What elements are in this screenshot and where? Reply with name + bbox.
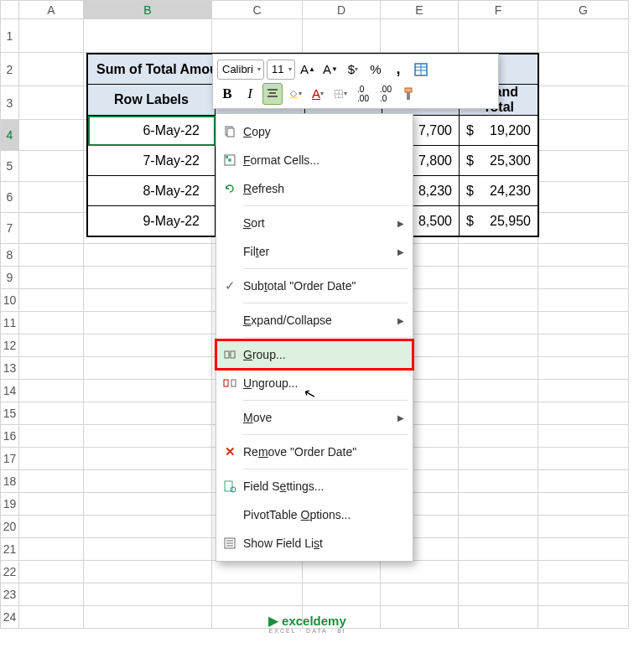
row-head-12[interactable]: 12 — [1, 334, 19, 357]
row-head-3[interactable]: 3 — [1, 86, 19, 120]
cell[interactable] — [459, 493, 538, 516]
cell[interactable] — [84, 448, 212, 470]
pivot-row-date[interactable]: 8-May-22 — [88, 176, 216, 206]
cell[interactable] — [538, 151, 629, 182]
cell[interactable] — [19, 493, 84, 516]
cell[interactable] — [19, 120, 84, 151]
italic-button[interactable]: I — [240, 83, 260, 105]
accounting-format-icon[interactable]: $▾ — [343, 59, 363, 80]
cell[interactable] — [538, 312, 629, 334]
percent-format-icon[interactable]: % — [366, 59, 386, 80]
cell[interactable] — [84, 312, 212, 334]
cell[interactable] — [84, 561, 212, 583]
row-head-15[interactable]: 15 — [1, 402, 19, 425]
cell[interactable] — [84, 402, 212, 425]
cell[interactable] — [538, 244, 629, 267]
row-head-9[interactable]: 9 — [1, 267, 19, 289]
pivot-row-date[interactable]: 9-May-22 — [88, 206, 216, 236]
menu-item-show-field-list[interactable]: Show Field List — [216, 529, 413, 557]
cell[interactable] — [19, 561, 84, 583]
cell[interactable] — [84, 538, 212, 561]
cell[interactable] — [84, 516, 212, 538]
cell[interactable] — [19, 402, 84, 425]
cell[interactable] — [303, 583, 381, 606]
row-head-4[interactable]: 4 — [1, 120, 19, 151]
cell[interactable] — [459, 470, 538, 493]
menu-item-remove-order-date[interactable]: ✕Remove "Order Date" — [216, 438, 413, 466]
cell[interactable] — [19, 289, 84, 312]
cell[interactable] — [538, 470, 629, 493]
cell[interactable] — [212, 561, 303, 583]
row-head-1[interactable]: 1 — [1, 19, 19, 53]
cell[interactable] — [84, 583, 212, 606]
cell[interactable] — [459, 380, 538, 402]
row-head-20[interactable]: 20 — [1, 516, 19, 538]
cell[interactable] — [459, 244, 538, 267]
select-all-corner[interactable] — [1, 1, 19, 19]
increase-decimal-button[interactable]: .0.00 — [353, 83, 373, 105]
cell[interactable] — [459, 312, 538, 334]
row-head-17[interactable]: 17 — [1, 448, 19, 470]
cell[interactable] — [19, 516, 84, 538]
menu-item-filter[interactable]: Filter▶ — [216, 237, 413, 266]
cell[interactable] — [459, 402, 538, 425]
col-head-g[interactable]: G — [538, 1, 629, 19]
col-head-c[interactable]: C — [212, 1, 303, 19]
cell[interactable] — [19, 334, 84, 357]
cell[interactable] — [84, 470, 212, 493]
cell[interactable] — [84, 244, 212, 267]
row-head-11[interactable]: 11 — [1, 312, 19, 334]
pivot-row-date[interactable]: 7-May-22 — [88, 146, 216, 176]
menu-item-move[interactable]: Move▶ — [216, 403, 413, 432]
pivot-value[interactable]: $24,230 — [460, 176, 538, 206]
row-head-24[interactable]: 24 — [1, 606, 19, 629]
cell[interactable] — [19, 244, 84, 267]
cell[interactable] — [538, 380, 629, 402]
cell[interactable] — [538, 120, 629, 151]
cell[interactable] — [19, 425, 84, 448]
cell[interactable] — [381, 19, 459, 53]
cell[interactable] — [538, 448, 629, 470]
cell[interactable] — [19, 312, 84, 334]
cell[interactable] — [538, 516, 629, 538]
cell[interactable] — [538, 425, 629, 448]
cell[interactable] — [538, 538, 629, 561]
cell[interactable] — [19, 470, 84, 493]
menu-item-expand-collapse[interactable]: Expand/Collapse▶ — [216, 306, 413, 334]
pivot-value[interactable]: $19,200 — [460, 116, 538, 146]
cell[interactable] — [538, 606, 629, 629]
row-head-21[interactable]: 21 — [1, 538, 19, 561]
row-head-7[interactable]: 7 — [1, 213, 19, 244]
cell[interactable] — [538, 289, 629, 312]
format-as-table-icon[interactable] — [411, 59, 431, 80]
cell[interactable] — [19, 86, 84, 120]
cell[interactable] — [84, 357, 212, 380]
pivot-row-labels-header[interactable]: Row Labels — [88, 85, 216, 116]
cell[interactable] — [538, 357, 629, 380]
increase-font-icon[interactable]: A▲ — [298, 59, 318, 80]
cell[interactable] — [381, 606, 459, 629]
cell[interactable] — [84, 380, 212, 402]
cell[interactable] — [19, 583, 84, 606]
cell[interactable] — [19, 380, 84, 402]
cell[interactable] — [84, 267, 212, 289]
col-head-b[interactable]: B — [84, 1, 212, 19]
cell[interactable] — [538, 19, 629, 53]
row-head-19[interactable]: 19 — [1, 493, 19, 516]
borders-button[interactable]: ▾ — [330, 83, 351, 105]
cell[interactable] — [538, 267, 629, 289]
cell[interactable] — [538, 561, 629, 583]
cell[interactable] — [19, 182, 84, 213]
row-head-2[interactable]: 2 — [1, 53, 19, 86]
row-head-14[interactable]: 14 — [1, 380, 19, 402]
cell[interactable] — [459, 516, 538, 538]
cell[interactable] — [19, 267, 84, 289]
center-align-button[interactable] — [262, 83, 283, 105]
cell[interactable] — [538, 493, 629, 516]
cell[interactable] — [459, 448, 538, 470]
cell[interactable] — [381, 583, 459, 606]
font-color-button[interactable]: A▾ — [308, 83, 328, 105]
cell[interactable] — [538, 583, 629, 606]
cell[interactable] — [84, 19, 212, 53]
row-head-16[interactable]: 16 — [1, 425, 19, 448]
